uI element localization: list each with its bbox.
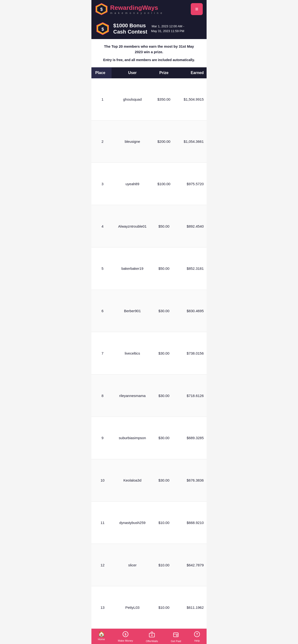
nav-offerwalls[interactable]: OfferWalls — [146, 631, 158, 642]
cell-place: 4 — [91, 205, 112, 248]
table-row: 10Keolaloa3d$30.00$676.3836 — [91, 459, 207, 502]
nav-offerwalls-label: OfferWalls — [146, 640, 158, 642]
cell-prize: $30.00 — [153, 374, 175, 417]
cell-user: uyeah89 — [112, 163, 153, 205]
cell-earned: $642.7879 — [175, 544, 207, 586]
cell-place: 13 — [91, 586, 112, 629]
cell-place: 2 — [91, 120, 112, 163]
logo-area: $ RewardingWays m a k e m o n e y o n l … — [95, 3, 163, 15]
cell-place: 3 — [91, 163, 112, 205]
offerwalls-icon — [148, 631, 155, 639]
table-header: Place User Prize Earned — [91, 67, 207, 78]
app-header: $ RewardingWays m a k e m o n e y o n l … — [91, 0, 207, 18]
cell-user: ghoulsquad — [112, 78, 153, 120]
table-row: 12slicer$10.00$642.7879 — [91, 544, 207, 586]
nav-make-money-label: Make Money — [118, 639, 133, 642]
nav-get-paid[interactable]: Get Paid — [171, 631, 181, 642]
cell-place: 11 — [91, 502, 112, 544]
cell-earned: $738.0156 — [175, 332, 207, 374]
cell-prize: $50.00 — [153, 247, 175, 290]
svg-text:$: $ — [101, 27, 104, 32]
home-icon: 🏠 — [98, 631, 105, 637]
bottom-nav: 🏠 Home $ Make Money OfferWalls — [91, 629, 207, 644]
cell-earned: $689.3285 — [175, 417, 207, 459]
nav-home-label: Home — [98, 638, 105, 641]
cell-user: Alwayzntrouble01 — [112, 205, 153, 248]
col-user: User — [112, 67, 153, 78]
nav-get-paid-label: Get Paid — [171, 640, 181, 642]
col-prize: Prize — [153, 67, 175, 78]
cell-earned: $830.4695 — [175, 290, 207, 332]
svg-text:?: ? — [196, 632, 198, 636]
table-row: 5bakerbaker19$50.00$852.3181 — [91, 247, 207, 290]
cell-prize: $10.00 — [153, 544, 175, 586]
cell-earned: $718.6126 — [175, 374, 207, 417]
cell-user: dynastybush259 — [112, 502, 153, 544]
table-row: 13PettyL03$10.00$611.1962 — [91, 586, 207, 629]
cell-prize: $30.00 — [153, 417, 175, 459]
cell-place: 12 — [91, 544, 112, 586]
cell-prize: $350.00 — [153, 78, 175, 120]
nav-make-money[interactable]: $ Make Money — [118, 631, 133, 642]
svg-text:$: $ — [100, 7, 103, 12]
table-row: 1ghoulsquad$350.00$1,504.9915 — [91, 78, 207, 120]
cell-earned: $668.9210 — [175, 502, 207, 544]
get-paid-icon — [173, 631, 179, 639]
cell-earned: $1,054.3661 — [175, 120, 207, 163]
table-row: 4Alwayzntrouble01$50.00$892.4540 — [91, 205, 207, 248]
col-place: Place — [91, 67, 112, 78]
table-body: 1ghoulsquad$350.00$1,504.99152bleusigne$… — [91, 78, 207, 629]
nav-help[interactable]: ? Help — [194, 631, 200, 642]
cell-user: suburbiasimpson — [112, 417, 153, 459]
table-row: 6Berber901$30.00$830.4695 — [91, 290, 207, 332]
cell-place: 10 — [91, 459, 112, 502]
leaderboard-table: Place User Prize Earned 1ghoulsquad$350.… — [91, 67, 207, 629]
cell-prize: $200.00 — [153, 120, 175, 163]
make-money-icon: $ — [122, 631, 129, 638]
description-main: The Top 20 members who earn the most by … — [96, 44, 202, 54]
contest-banner: $ $1000 Bonus Cash Contest Mar 1, 2023 1… — [91, 18, 207, 39]
cell-prize: $30.00 — [153, 459, 175, 502]
nav-help-label: Help — [194, 639, 200, 642]
cell-user: liveceltics — [112, 332, 153, 374]
cell-prize: $100.00 — [153, 163, 175, 205]
cell-user: Keolaloa3d — [112, 459, 153, 502]
table-row: 11dynastybush259$10.00$668.9210 — [91, 502, 207, 544]
nav-home[interactable]: 🏠 Home — [98, 631, 105, 642]
table-row: 9suburbiasimpson$30.00$689.3285 — [91, 417, 207, 459]
col-earned: Earned — [175, 67, 207, 78]
cell-user: slicer — [112, 544, 153, 586]
cell-earned: $676.3836 — [175, 459, 207, 502]
cell-place: 1 — [91, 78, 112, 120]
cell-place: 6 — [91, 290, 112, 332]
cell-place: 5 — [91, 247, 112, 290]
cell-user: bakerbaker19 — [112, 247, 153, 290]
brand-tagline: m a k e m o n e y o n l i n e — [110, 12, 163, 14]
svg-point-11 — [176, 635, 178, 636]
cell-earned: $852.3181 — [175, 247, 207, 290]
brand-title: RewardingWays m a k e m o n e y o n l i … — [110, 4, 163, 14]
cell-earned: $1,504.9915 — [175, 78, 207, 120]
table-row: 3uyeah89$100.00$975.5720 — [91, 163, 207, 205]
cell-prize: $50.00 — [153, 205, 175, 248]
cell-user: bleusigne — [112, 120, 153, 163]
table-row: 2bleusigne$200.00$1,054.3661 — [91, 120, 207, 163]
table-row: 7liveceltics$30.00$738.0156 — [91, 332, 207, 374]
description-sub: Entry is free, and all members are inclu… — [96, 58, 202, 62]
cell-earned: $975.5720 — [175, 163, 207, 205]
cell-place: 8 — [91, 374, 112, 417]
logo-icon: $ — [95, 3, 108, 15]
contest-title: $1000 Bonus Cash Contest — [113, 22, 147, 35]
cell-earned: $892.4540 — [175, 205, 207, 248]
cell-prize: $30.00 — [153, 290, 175, 332]
menu-button[interactable]: ≡ — [191, 3, 203, 15]
cell-place: 9 — [91, 417, 112, 459]
contest-icon: $ — [96, 22, 109, 35]
help-icon: ? — [194, 631, 200, 638]
contest-description: The Top 20 members who earn the most by … — [91, 39, 207, 67]
cell-prize: $10.00 — [153, 586, 175, 629]
cell-user: PettyL03 — [112, 586, 153, 629]
cell-user: Berber901 — [112, 290, 153, 332]
table-row: 8rileyannesmama$30.00$718.6126 — [91, 374, 207, 417]
cell-prize: $10.00 — [153, 502, 175, 544]
